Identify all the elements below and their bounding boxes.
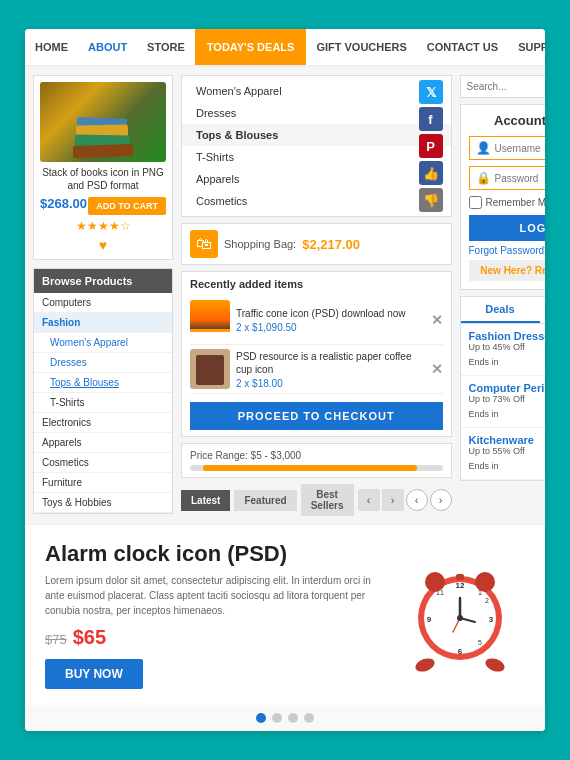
product-tabs-row: Latest Featured Best Sellers ‹ › ‹ › bbox=[181, 484, 452, 516]
cart-item-name: PSD resource is a realistic paper coffee… bbox=[236, 350, 425, 376]
dropdown-dresses[interactable]: Dresses bbox=[182, 102, 451, 124]
dropdown-apparels[interactable]: Apparels bbox=[182, 168, 451, 190]
remember-checkbox[interactable] bbox=[469, 196, 482, 209]
browse-computers[interactable]: Computers bbox=[34, 293, 172, 313]
social-icons: 𝕏 f P 👍 👎 bbox=[419, 80, 443, 212]
cart-item-1: Traffic cone icon (PSD) download now 2 x… bbox=[190, 296, 443, 345]
deals-tabs: Deals Events bbox=[461, 297, 546, 324]
browse-furniture[interactable]: Furniture bbox=[34, 473, 172, 493]
old-price: $75 bbox=[45, 632, 67, 647]
checkout-button[interactable]: PROCEED TO CHECKOUT bbox=[190, 402, 443, 430]
browse-tops-blouses[interactable]: Tops & Blouses bbox=[34, 373, 172, 393]
wishlist-icon[interactable]: ♥ bbox=[40, 237, 166, 253]
password-input[interactable] bbox=[495, 173, 546, 184]
ends-label: Ends in bbox=[469, 357, 499, 367]
left-panel: Stack of books icon in PNG and PSD forma… bbox=[33, 75, 173, 516]
book-stack-decoration bbox=[68, 97, 138, 157]
facebook-icon[interactable]: f bbox=[419, 107, 443, 131]
prev-circle-arrow[interactable]: ‹ bbox=[406, 489, 428, 511]
product-image bbox=[40, 82, 166, 162]
tab-latest[interactable]: Latest bbox=[181, 490, 230, 511]
prev-arrow[interactable]: ‹ bbox=[358, 489, 380, 511]
coffee-image bbox=[190, 349, 230, 389]
cone-image bbox=[190, 300, 230, 340]
cart-item-details: Traffic cone icon (PSD) download now 2 x… bbox=[236, 307, 425, 333]
browse-tshirts[interactable]: T-Shirts bbox=[34, 393, 172, 413]
next-circle-arrow[interactable]: › bbox=[430, 489, 452, 511]
remember-label: Remember Me bbox=[486, 197, 546, 208]
range-fill bbox=[203, 465, 418, 471]
buy-now-button[interactable]: BUY NOW bbox=[45, 659, 143, 689]
browse-header: Browse Products bbox=[34, 269, 172, 293]
bag-icon: 🛍 bbox=[190, 230, 218, 258]
forgot-password-link[interactable]: Forgot Password? bbox=[469, 245, 546, 256]
remember-row: Remember Me bbox=[469, 196, 546, 209]
login-panel: Account Login 👤 🔒 Remember Me LOGIN Forg… bbox=[460, 104, 546, 290]
svg-text:3: 3 bbox=[489, 615, 494, 624]
browse-electronics[interactable]: Electronics bbox=[34, 413, 172, 433]
promo-text: Alarm clock icon (PSD) Lorem ipsum dolor… bbox=[45, 541, 379, 689]
username-input[interactable] bbox=[495, 143, 546, 154]
register-bar[interactable]: New Here? Register Now bbox=[469, 260, 546, 281]
svg-rect-19 bbox=[482, 576, 488, 584]
svg-text:5: 5 bbox=[478, 639, 482, 646]
username-field: 👤 bbox=[469, 136, 546, 160]
deal-off: Up to 55% Off bbox=[469, 446, 546, 456]
svg-rect-20 bbox=[456, 574, 464, 580]
nav-support[interactable]: SUPPORT bbox=[508, 29, 545, 65]
deal-off: Up to 73% Off bbox=[469, 394, 546, 404]
nav-about[interactable]: ABOUT bbox=[78, 29, 137, 65]
search-input[interactable] bbox=[460, 75, 546, 98]
nav-gift-vouchers[interactable]: GIFT VOUCHERS bbox=[306, 29, 416, 65]
bag-label: Shopping Bag: bbox=[224, 238, 296, 250]
price-range-slider[interactable] bbox=[190, 465, 443, 471]
nav-todays-deals[interactable]: TODAY'S DEALS bbox=[195, 29, 307, 65]
svg-text:6: 6 bbox=[458, 647, 463, 656]
deal-ends: Ends in 5 Days bbox=[469, 406, 546, 421]
deal-off: Up to 45% Off bbox=[469, 342, 546, 352]
browse-cosmetics[interactable]: Cosmetics bbox=[34, 453, 172, 473]
dot-2[interactable] bbox=[272, 713, 282, 723]
nav-home[interactable]: HOME bbox=[25, 29, 78, 65]
dropdown-womens-apparel[interactable]: Women's Apparel bbox=[182, 80, 451, 102]
tab-events[interactable]: Events bbox=[540, 297, 546, 323]
nav-store[interactable]: STORE bbox=[137, 29, 195, 65]
pinterest-icon[interactable]: P bbox=[419, 134, 443, 158]
tab-best-sellers[interactable]: Best Sellers bbox=[301, 484, 354, 516]
dot-1[interactable] bbox=[256, 713, 266, 723]
login-button[interactable]: LOGIN bbox=[469, 215, 546, 241]
bag-price: $2,217.00 bbox=[302, 237, 360, 252]
deal-item-3: Kitchenware Up to 55% Off Ends in 7 Days bbox=[461, 428, 546, 480]
browse-dresses[interactable]: Dresses bbox=[34, 353, 172, 373]
tab-featured[interactable]: Featured bbox=[234, 490, 296, 511]
dot-3[interactable] bbox=[288, 713, 298, 723]
twitter-icon[interactable]: 𝕏 bbox=[419, 80, 443, 104]
browse-fashion[interactable]: Fashion bbox=[34, 313, 172, 333]
svg-point-0 bbox=[414, 656, 437, 674]
password-field: 🔒 bbox=[469, 166, 546, 190]
cart-item-details: PSD resource is a realistic paper coffee… bbox=[236, 350, 425, 389]
dislike-icon[interactable]: 👎 bbox=[419, 188, 443, 212]
promo-description: Lorem ipsum dolor sit amet, consectetur … bbox=[45, 573, 379, 618]
deal-item-1: Fashion Dresses Up to 45% Off Ends in 24… bbox=[461, 324, 546, 376]
add-to-cart-button[interactable]: ADD TO CART bbox=[88, 197, 166, 215]
price-range-label: Price Range: $5 - $3,000 bbox=[190, 450, 443, 461]
next-arrow[interactable]: › bbox=[382, 489, 404, 511]
svg-text:9: 9 bbox=[427, 615, 432, 624]
browse-apparels[interactable]: Apparels bbox=[34, 433, 172, 453]
search-bar: SEARCH bbox=[460, 75, 546, 98]
browse-womens-apparel[interactable]: Women's Apparel bbox=[34, 333, 172, 353]
deal-name: Kitchenware bbox=[469, 434, 546, 446]
tab-deals[interactable]: Deals bbox=[461, 297, 540, 323]
product-stars: ★★★★☆ bbox=[40, 219, 166, 233]
nav-contact-us[interactable]: CONTACT US bbox=[417, 29, 508, 65]
remove-item-button-2[interactable]: ✕ bbox=[431, 361, 443, 377]
dropdown-tshirts[interactable]: T-Shirts bbox=[182, 146, 451, 168]
dropdown-tops-blouses[interactable]: Tops & Blouses bbox=[182, 124, 451, 146]
browse-toys[interactable]: Toys & Hobbies bbox=[34, 493, 172, 513]
dropdown-cosmetics[interactable]: Cosmetics bbox=[182, 190, 451, 212]
like-icon[interactable]: 👍 bbox=[419, 161, 443, 185]
dot-4[interactable] bbox=[304, 713, 314, 723]
pagination-dots bbox=[25, 705, 545, 731]
remove-item-button[interactable]: ✕ bbox=[431, 312, 443, 328]
